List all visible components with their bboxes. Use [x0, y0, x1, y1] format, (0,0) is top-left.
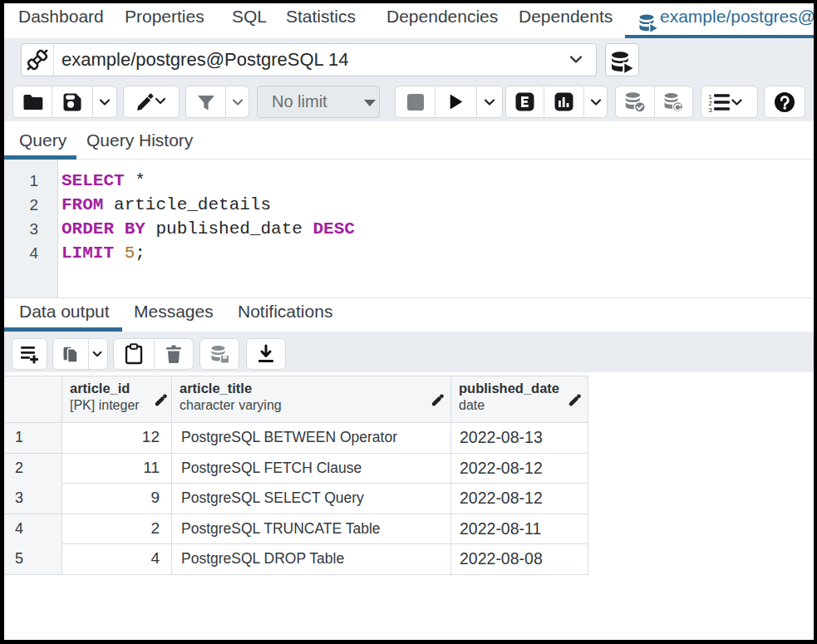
svg-text:3: 3 — [708, 106, 711, 114]
